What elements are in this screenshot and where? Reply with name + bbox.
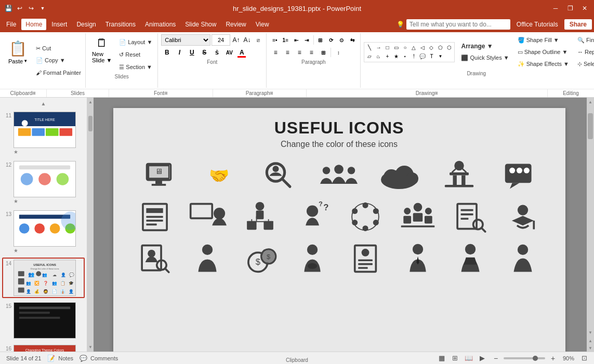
line-shape[interactable]: ╲ bbox=[365, 44, 374, 52]
reset-button[interactable]: ↺ Reset bbox=[117, 49, 154, 60]
restore-button[interactable]: ❐ bbox=[565, 3, 575, 14]
slide-thumb-16[interactable]: 16 Changing Theme Colors bbox=[2, 343, 85, 352]
shape-outline-button[interactable]: ▭ Shape Outline ▼ bbox=[516, 46, 571, 58]
text-box[interactable]: T bbox=[427, 52, 435, 61]
convert-button[interactable]: ⇆ bbox=[347, 34, 357, 46]
quick-styles-button[interactable]: ⬛ Quick Styles ▼ bbox=[459, 52, 511, 64]
h-scroll-thumb[interactable] bbox=[588, 113, 593, 139]
para-shape[interactable]: ▱ bbox=[365, 52, 374, 61]
scroll-up-arrow[interactable]: ▲ bbox=[2, 100, 85, 107]
slide-main[interactable]: USEFUL ICONS Change the color of these i… bbox=[113, 108, 565, 352]
share-button[interactable]: Share bbox=[564, 19, 592, 30]
scroll-top-btn[interactable]: ▲ bbox=[588, 100, 592, 104]
increase-indent-button[interactable]: ⇥ bbox=[301, 34, 311, 46]
select-button[interactable]: ⊹ Select ▼ bbox=[575, 58, 594, 70]
zoom-thumb[interactable] bbox=[533, 356, 538, 361]
clear-format-button[interactable]: ⎚ bbox=[253, 34, 263, 46]
search-input[interactable] bbox=[406, 19, 510, 30]
align-center-button[interactable]: ≡ bbox=[282, 47, 293, 58]
underline-button[interactable]: U bbox=[186, 47, 197, 58]
plus-shape[interactable]: + bbox=[383, 52, 391, 61]
menu-transitions[interactable]: Transitions bbox=[101, 19, 140, 30]
copy-button[interactable]: 📄 Copy ▼ bbox=[34, 55, 83, 66]
scroll-down-btn[interactable]: ▼ bbox=[88, 345, 93, 349]
cols-text-button[interactable]: ⊞ bbox=[318, 47, 329, 58]
star6-shape[interactable]: ⋆ bbox=[401, 52, 409, 61]
scroll-line-up[interactable]: ▲ bbox=[587, 337, 594, 344]
bold-button[interactable]: B bbox=[161, 47, 173, 58]
cut-button[interactable]: ✂ Cut bbox=[34, 43, 83, 55]
format-painter-button[interactable]: 🖌 Format Painter bbox=[34, 67, 83, 78]
more-shapes[interactable]: ▼ bbox=[436, 52, 444, 61]
save-icon[interactable]: 💾 bbox=[4, 4, 12, 12]
svg-rect-3 bbox=[18, 128, 31, 136]
arrow-shape[interactable]: → bbox=[374, 44, 382, 52]
scroll-bottom-btn[interactable]: ▼ bbox=[588, 330, 592, 335]
slide-thumb-12[interactable]: 12 ★ bbox=[2, 159, 85, 206]
slide-thumb-14[interactable]: 14 USEFUL ICONS Change the color of thes… bbox=[2, 258, 85, 298]
menu-file[interactable]: File bbox=[2, 19, 20, 30]
font-name-select[interactable]: Calibri bbox=[161, 34, 210, 46]
italic-button[interactable]: I bbox=[174, 47, 185, 58]
arrange-button[interactable]: Arrange ▼ bbox=[459, 41, 511, 52]
rect-shape[interactable]: □ bbox=[383, 44, 391, 52]
rtriangle-shape[interactable]: ◁ bbox=[418, 44, 427, 52]
linespacing-button[interactable]: ↕ bbox=[333, 47, 344, 58]
increase-font-button[interactable]: A↑ bbox=[231, 34, 241, 46]
slide-thumb-15[interactable]: 15 bbox=[2, 300, 85, 341]
office-tutorials[interactable]: Office Tutorials bbox=[512, 19, 562, 30]
round-rect-shape[interactable]: ▭ bbox=[392, 44, 400, 52]
customize-icon[interactable]: ▼ bbox=[38, 4, 47, 12]
hex-shape[interactable]: ⬡ bbox=[445, 44, 453, 52]
menu-view[interactable]: View bbox=[252, 19, 273, 30]
diamond-shape[interactable]: ◇ bbox=[427, 44, 435, 52]
find-button[interactable]: 🔍 Find bbox=[575, 34, 594, 46]
svg-point-142 bbox=[465, 244, 476, 254]
shadow-button[interactable]: S̈ bbox=[211, 47, 222, 58]
layout-button[interactable]: 📄 Layout ▼ bbox=[117, 36, 154, 48]
scroll-up-btn[interactable]: ▲ bbox=[88, 100, 93, 104]
slide-thumb-11[interactable]: 11 TITLE HERE ★ bbox=[2, 110, 85, 157]
oval-shape[interactable]: ○ bbox=[401, 44, 409, 52]
align-right-button[interactable]: ≡ bbox=[294, 47, 305, 58]
new-slide-button[interactable]: 🗒 NewSlide ▼ bbox=[89, 34, 115, 65]
menu-design[interactable]: Design bbox=[72, 19, 100, 30]
charspacing-button[interactable]: AV bbox=[223, 47, 235, 58]
close-button[interactable]: ✕ bbox=[579, 3, 590, 14]
align-left-button[interactable]: ≡ bbox=[270, 47, 281, 58]
justify-button[interactable]: ≡ bbox=[306, 47, 317, 58]
paste-button[interactable]: 📋 Paste ▼ bbox=[4, 34, 32, 70]
menu-slideshow[interactable]: Slide Show bbox=[181, 19, 220, 30]
star5-shape[interactable]: ★ bbox=[392, 52, 400, 61]
slide-thumb-13[interactable]: 13 ★ bbox=[2, 208, 85, 255]
callout-shape[interactable]: 💬 bbox=[418, 52, 427, 61]
v-scroll-thumb[interactable] bbox=[88, 116, 93, 131]
penta-shape[interactable]: ⬠ bbox=[436, 44, 444, 52]
trap-shape[interactable]: ⏢ bbox=[374, 52, 382, 61]
zoom-slider[interactable] bbox=[504, 357, 545, 359]
font-size-input[interactable] bbox=[212, 34, 230, 46]
minimize-button[interactable]: ─ bbox=[550, 3, 561, 14]
section-button[interactable]: ☰ Section ▼ bbox=[117, 61, 154, 73]
bang-shape[interactable]: ! bbox=[410, 52, 418, 61]
bullets-button[interactable]: ≡• bbox=[270, 34, 280, 46]
decrease-font-button[interactable]: A↓ bbox=[242, 34, 252, 46]
replace-button[interactable]: ↔ Replace ▼ bbox=[575, 46, 594, 58]
menu-review[interactable]: Review bbox=[221, 19, 250, 30]
shape-fill-button[interactable]: 🪣 Shape Fill ▼ bbox=[516, 34, 571, 46]
triangle-shape[interactable]: △ bbox=[410, 44, 418, 52]
menu-animations[interactable]: Animations bbox=[141, 19, 180, 30]
redo-icon[interactable]: ↪ bbox=[27, 4, 35, 12]
menu-insert[interactable]: Insert bbox=[47, 19, 71, 30]
smart-art-button[interactable]: ⊙ bbox=[337, 34, 347, 46]
decrease-indent-button[interactable]: ⇤ bbox=[291, 34, 301, 46]
menu-home[interactable]: Home bbox=[21, 19, 46, 30]
numbering-button[interactable]: 1≡ bbox=[281, 34, 291, 46]
strikethrough-button[interactable]: S bbox=[199, 47, 210, 58]
font-color-button[interactable]: A bbox=[236, 47, 247, 58]
textdir-button[interactable]: ⟳ bbox=[326, 34, 336, 46]
cols-button[interactable]: ⊞ bbox=[315, 34, 325, 46]
scroll-line-down[interactable]: ▼ bbox=[587, 344, 594, 352]
shape-effects-button[interactable]: ✨ Shape Effects ▼ bbox=[516, 58, 571, 70]
undo-icon[interactable]: ↩ bbox=[16, 4, 24, 12]
